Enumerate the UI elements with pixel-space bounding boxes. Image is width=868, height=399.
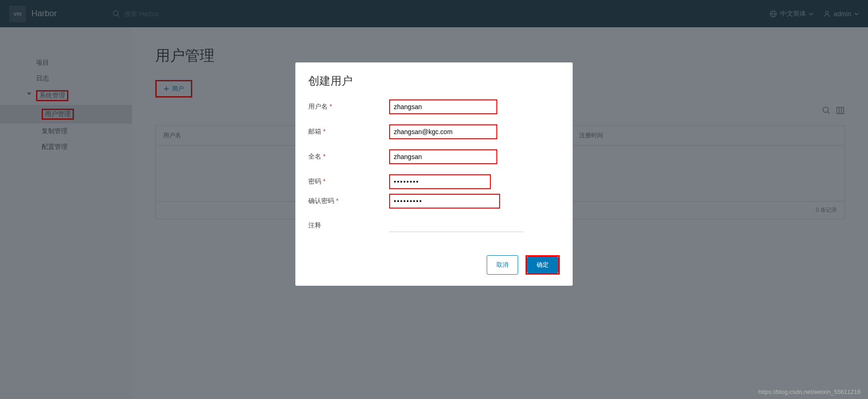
modal-overlay: 创建用户 用户名* 邮箱* 全名* 密码* — [0, 0, 868, 399]
input-fullname[interactable] — [390, 150, 496, 163]
input-confirm-password[interactable] — [390, 195, 496, 208]
label-confirm-password: 确认密码* — [308, 197, 389, 205]
input-password[interactable] — [390, 175, 487, 188]
input-email[interactable] — [390, 125, 496, 138]
watermark: https://blog.csdn.net/weixin_55611216 — [758, 388, 861, 395]
input-comment[interactable] — [389, 219, 523, 232]
input-username[interactable] — [390, 100, 496, 113]
ok-button[interactable]: 确定 — [527, 257, 558, 273]
modal-title: 创建用户 — [308, 74, 560, 88]
label-password: 密码* — [308, 178, 389, 186]
label-email: 邮箱* — [308, 128, 389, 136]
label-comment: 注释 — [308, 221, 389, 230]
cancel-button[interactable]: 取消 — [487, 255, 518, 275]
create-user-modal: 创建用户 用户名* 邮箱* 全名* 密码* — [295, 62, 573, 286]
label-fullname: 全名* — [308, 153, 389, 161]
label-username: 用户名* — [308, 103, 389, 111]
